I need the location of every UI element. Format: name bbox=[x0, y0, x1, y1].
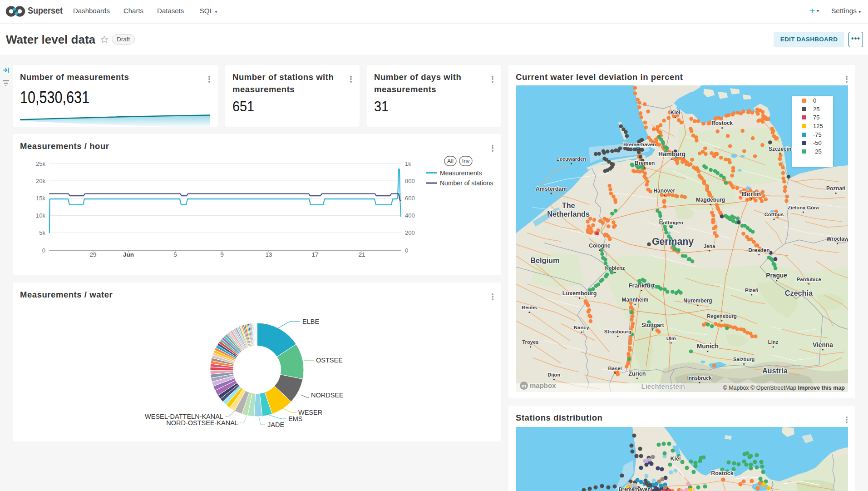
svg-text:JADE: JADE bbox=[267, 421, 284, 428]
svg-text:15k: 15k bbox=[36, 195, 45, 202]
svg-text:Göttingen: Göttingen bbox=[659, 220, 683, 225]
svg-text:Regensburg: Regensburg bbox=[707, 313, 737, 319]
svg-text:10k: 10k bbox=[36, 212, 45, 219]
svg-text:20k: 20k bbox=[36, 178, 45, 184]
svg-text:Poznań: Poznań bbox=[826, 185, 845, 192]
svg-text:Bremerhaven: Bremerhaven bbox=[623, 142, 656, 147]
svg-text:Stuttgart: Stuttgart bbox=[641, 322, 664, 328]
svg-text:600: 600 bbox=[405, 195, 415, 202]
svg-text:Cologne: Cologne bbox=[589, 243, 611, 249]
svg-text:Zurich: Zurich bbox=[628, 371, 646, 377]
svg-text:Czechia: Czechia bbox=[785, 289, 813, 297]
svg-text:Bremen: Bremen bbox=[635, 160, 655, 166]
svg-text:25k: 25k bbox=[36, 160, 45, 167]
svg-text:Hanover: Hanover bbox=[654, 188, 676, 194]
svg-text:Plzeň: Plzeň bbox=[745, 288, 758, 293]
svg-text:The: The bbox=[562, 201, 575, 209]
svg-text:Zielona Góra: Zielona Góra bbox=[788, 205, 819, 210]
svg-text:NORD-OSTSEE-KANAL: NORD-OSTSEE-KANAL bbox=[166, 419, 238, 427]
svg-text:Jun: Jun bbox=[123, 251, 134, 258]
svg-text:Strasbourg: Strasbourg bbox=[604, 329, 631, 334]
svg-text:Mannheim: Mannheim bbox=[622, 297, 649, 303]
svg-text:Vienna: Vienna bbox=[813, 342, 833, 348]
svg-text:1k: 1k bbox=[405, 160, 411, 167]
svg-text:ELBE: ELBE bbox=[302, 318, 319, 325]
svg-text:200: 200 bbox=[405, 229, 415, 236]
svg-text:EMS: EMS bbox=[288, 415, 302, 422]
svg-text:Linz: Linz bbox=[768, 339, 779, 345]
svg-text:Prague: Prague bbox=[766, 272, 787, 279]
svg-text:Amsterdam: Amsterdam bbox=[536, 186, 567, 192]
svg-text:Austria: Austria bbox=[762, 367, 788, 375]
svg-text:21: 21 bbox=[358, 251, 365, 258]
svg-text:Nancy: Nancy bbox=[574, 325, 589, 330]
svg-text:Luxembourg: Luxembourg bbox=[562, 290, 597, 297]
svg-text:m: m bbox=[522, 383, 526, 388]
svg-text:Kiel: Kiel bbox=[671, 109, 681, 116]
svg-text:Basel: Basel bbox=[608, 366, 622, 371]
svg-text:13: 13 bbox=[265, 251, 272, 258]
svg-text:5: 5 bbox=[173, 251, 177, 258]
svg-text:All: All bbox=[447, 158, 454, 164]
svg-text:Ulm: Ulm bbox=[666, 336, 676, 341]
svg-text:Innsbruck: Innsbruck bbox=[687, 375, 712, 381]
svg-text:Cottbus: Cottbus bbox=[764, 212, 784, 217]
svg-text:9: 9 bbox=[220, 251, 224, 258]
svg-text:Reims: Reims bbox=[522, 305, 537, 310]
svg-text:Netherlands: Netherlands bbox=[547, 210, 590, 218]
svg-text:Jena: Jena bbox=[704, 243, 715, 249]
svg-text:0: 0 bbox=[42, 247, 45, 254]
svg-text:Magdeburg: Magdeburg bbox=[696, 197, 725, 203]
svg-text:5k: 5k bbox=[39, 229, 45, 236]
svg-text:NORDSEE: NORDSEE bbox=[311, 392, 344, 399]
svg-text:Measurements: Measurements bbox=[440, 169, 482, 177]
svg-text:0: 0 bbox=[405, 247, 408, 254]
svg-text:OSTSEE: OSTSEE bbox=[316, 357, 343, 364]
svg-text:mapbox: mapbox bbox=[530, 382, 556, 389]
svg-text:Troyes: Troyes bbox=[522, 339, 538, 345]
svg-text:Dresden: Dresden bbox=[748, 247, 769, 253]
svg-text:Bremerhaven: Bremerhaven bbox=[619, 486, 651, 491]
svg-text:WESEL-DATTELN-KANAL: WESEL-DATTELN-KANAL bbox=[145, 413, 223, 420]
svg-text:Pardubice: Pardubice bbox=[797, 277, 821, 282]
svg-text:Nuremberg: Nuremberg bbox=[683, 298, 712, 304]
svg-text:Rostock: Rostock bbox=[711, 470, 733, 476]
svg-text:Hamburg: Hamburg bbox=[658, 151, 686, 158]
svg-text:17: 17 bbox=[311, 251, 318, 258]
svg-text:Wrocław: Wrocław bbox=[827, 236, 848, 242]
svg-text:Belgium: Belgium bbox=[530, 257, 559, 265]
svg-text:Inv: Inv bbox=[462, 158, 470, 164]
svg-text:29: 29 bbox=[89, 251, 96, 258]
svg-text:Munich: Munich bbox=[697, 343, 719, 350]
svg-text:Berlin: Berlin bbox=[742, 190, 761, 198]
svg-text:800: 800 bbox=[405, 178, 415, 184]
svg-text:400: 400 bbox=[405, 212, 415, 219]
svg-text:Number of stations: Number of stations bbox=[440, 179, 493, 187]
svg-text:Rostock: Rostock bbox=[711, 120, 733, 126]
svg-text:Dijon: Dijon bbox=[547, 372, 560, 377]
svg-text:Frankfurt: Frankfurt bbox=[629, 282, 655, 289]
svg-text:Kiel: Kiel bbox=[671, 456, 681, 462]
svg-text:Germany: Germany bbox=[652, 236, 694, 247]
svg-text:Salzburg: Salzburg bbox=[733, 357, 755, 362]
svg-text:Szczecin: Szczecin bbox=[769, 146, 791, 152]
svg-text:Leeuwarden: Leeuwarden bbox=[557, 156, 587, 162]
svg-text:Koblenz: Koblenz bbox=[605, 265, 625, 271]
